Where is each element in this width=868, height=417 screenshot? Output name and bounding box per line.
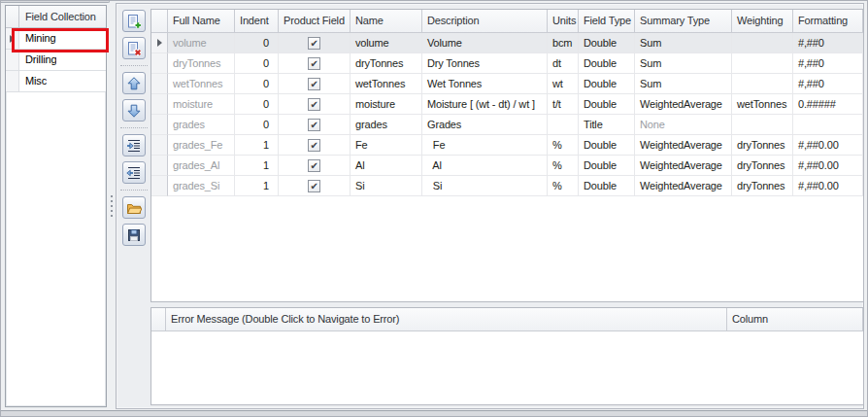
- cell-units[interactable]: [548, 115, 579, 135]
- cell-field-type[interactable]: Double: [579, 74, 635, 94]
- cell-full-name[interactable]: moisture: [168, 94, 235, 115]
- cell-description[interactable]: Volume: [422, 33, 548, 53]
- cell-field-type[interactable]: Double: [579, 135, 635, 156]
- cell-weighting[interactable]: dryTonnes: [732, 176, 793, 196]
- column-header-product-field[interactable]: Product Field: [279, 10, 351, 33]
- cell-formatting[interactable]: #,##0.00: [793, 176, 863, 196]
- cell-formatting[interactable]: #,##0: [793, 33, 863, 53]
- column-header-weighting[interactable]: Weighting: [732, 10, 793, 33]
- cell-units[interactable]: %: [548, 135, 579, 156]
- move-up-button[interactable]: [122, 72, 146, 94]
- cell-formatting[interactable]: #,##0: [793, 53, 863, 74]
- cell-description[interactable]: Fe: [422, 135, 548, 156]
- column-header-indent[interactable]: Indent: [235, 10, 279, 33]
- cell-units[interactable]: %: [548, 176, 579, 196]
- panel-splitter[interactable]: [107, 5, 116, 407]
- field-collection-header[interactable]: Field Collection: [6, 6, 106, 28]
- cell-indent[interactable]: 1: [235, 156, 279, 176]
- cell-weighting[interactable]: [732, 33, 793, 53]
- cell-indent[interactable]: 0: [235, 94, 279, 115]
- cell-description[interactable]: Grades: [422, 115, 548, 135]
- cell-full-name[interactable]: grades_Al: [168, 156, 235, 176]
- cell-weighting[interactable]: [732, 115, 793, 135]
- cell-field-type[interactable]: Double: [579, 33, 635, 53]
- product-field-checkbox[interactable]: ✔: [308, 98, 320, 111]
- cell-indent[interactable]: 0: [235, 53, 279, 74]
- cell-indent[interactable]: 0: [235, 74, 279, 94]
- cell-weighting[interactable]: [732, 74, 793, 94]
- cell-weighting[interactable]: [732, 53, 793, 74]
- cell-name[interactable]: volume: [351, 33, 422, 53]
- cell-indent[interactable]: 1: [235, 176, 279, 196]
- cell-summary-type[interactable]: Sum: [635, 33, 732, 53]
- column-header-formatting[interactable]: Formatting: [793, 10, 863, 33]
- cell-summary-type[interactable]: WeightedAverage: [635, 156, 732, 176]
- cell-name[interactable]: dryTonnes: [351, 53, 422, 74]
- product-field-checkbox[interactable]: ✔: [308, 139, 320, 152]
- cell-name[interactable]: Si: [351, 176, 422, 196]
- product-field-checkbox[interactable]: ✔: [308, 78, 320, 90]
- cell-description[interactable]: Moisture [ (wt - dt) / wt ]: [422, 94, 548, 115]
- product-field-checkbox[interactable]: ✔: [308, 159, 320, 172]
- delete-field-button[interactable]: [122, 37, 146, 59]
- cell-units[interactable]: wt: [548, 74, 579, 94]
- cell-name[interactable]: Al: [351, 156, 422, 176]
- column-header-description[interactable]: Description: [422, 10, 548, 33]
- cell-full-name[interactable]: dryTonnes: [168, 53, 235, 74]
- column-header-summary-type[interactable]: Summary Type: [635, 10, 732, 33]
- column-header-field-type[interactable]: Field Type: [579, 10, 635, 33]
- cell-units[interactable]: bcm: [548, 33, 579, 53]
- cell-name[interactable]: Fe: [351, 135, 422, 156]
- cell-summary-type[interactable]: WeightedAverage: [635, 176, 732, 196]
- product-field-checkbox[interactable]: ✔: [308, 180, 320, 192]
- column-header-error-message[interactable]: Error Message (Double Click to Navigate …: [166, 308, 727, 331]
- field-collection-row[interactable]: Drilling: [6, 50, 106, 71]
- outdent-field-button[interactable]: [122, 161, 146, 184]
- cell-name[interactable]: moisture: [351, 94, 422, 115]
- column-header-column[interactable]: Column: [727, 308, 863, 331]
- cell-indent[interactable]: 0: [235, 33, 279, 53]
- cell-formatting[interactable]: [793, 115, 863, 135]
- cell-field-type[interactable]: Double: [579, 156, 635, 176]
- open-button[interactable]: [122, 196, 146, 219]
- cell-name[interactable]: wetTonnes: [351, 74, 422, 94]
- cell-field-type[interactable]: Double: [579, 176, 635, 196]
- cell-description[interactable]: Wet Tonnes: [422, 74, 548, 94]
- field-collection-row[interactable]: Mining: [6, 28, 106, 50]
- cell-full-name[interactable]: grades_Si: [168, 176, 235, 196]
- cell-field-type[interactable]: Title: [579, 115, 635, 135]
- cell-name[interactable]: grades: [351, 115, 422, 135]
- cell-indent[interactable]: 1: [235, 135, 279, 156]
- field-collection-row[interactable]: Misc: [6, 71, 106, 92]
- cell-full-name[interactable]: grades: [168, 115, 235, 135]
- cell-description[interactable]: Si: [422, 176, 548, 196]
- cell-weighting[interactable]: wetTonnes: [732, 94, 793, 115]
- cell-weighting[interactable]: dryTonnes: [732, 156, 793, 176]
- cell-formatting[interactable]: #,##0.00: [793, 135, 863, 156]
- cell-full-name[interactable]: grades_Fe: [168, 135, 235, 156]
- save-button[interactable]: [122, 224, 146, 246]
- cell-indent[interactable]: 0: [235, 115, 279, 135]
- move-down-button[interactable]: [122, 99, 146, 122]
- cell-field-type[interactable]: Double: [579, 94, 635, 115]
- column-header-units[interactable]: Units: [548, 10, 579, 33]
- product-field-checkbox[interactable]: ✔: [308, 37, 320, 50]
- column-header-name[interactable]: Name: [351, 10, 422, 33]
- cell-summary-type[interactable]: WeightedAverage: [635, 135, 732, 156]
- cell-full-name[interactable]: volume: [168, 33, 235, 53]
- cell-summary-type[interactable]: Sum: [635, 53, 732, 74]
- cell-description[interactable]: Dry Tonnes: [422, 53, 548, 74]
- cell-weighting[interactable]: dryTonnes: [732, 135, 793, 156]
- cell-formatting[interactable]: #,##0.00: [793, 156, 863, 176]
- cell-full-name[interactable]: wetTonnes: [168, 74, 235, 94]
- add-field-button[interactable]: [122, 10, 146, 32]
- cell-summary-type[interactable]: None: [635, 115, 732, 135]
- product-field-checkbox[interactable]: ✔: [308, 119, 320, 131]
- cell-field-type[interactable]: Double: [579, 53, 635, 74]
- cell-description[interactable]: Al: [422, 156, 548, 176]
- product-field-checkbox[interactable]: ✔: [308, 57, 320, 70]
- cell-formatting[interactable]: #,##0: [793, 74, 863, 94]
- cell-units[interactable]: dt: [548, 53, 579, 74]
- cell-units[interactable]: t/t: [548, 94, 579, 115]
- indent-field-button[interactable]: [122, 134, 146, 156]
